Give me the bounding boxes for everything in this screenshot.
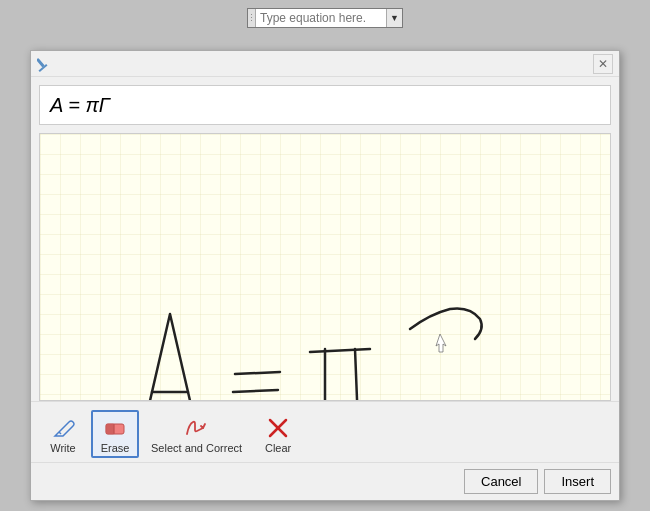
- write-tool-label: Write: [50, 442, 75, 454]
- recognized-equation-text: A = πΓ: [50, 94, 110, 117]
- cancel-button[interactable]: Cancel: [464, 469, 538, 494]
- erase-tool-button[interactable]: Erase: [91, 410, 139, 458]
- equation-input-wrapper: ⋮ ▼: [247, 8, 403, 28]
- equation-input-bar: ⋮ ▼: [247, 8, 403, 28]
- erase-icon: [101, 414, 129, 442]
- recognized-equation-display: A = πΓ: [39, 85, 611, 125]
- select-correct-tool-label: Select and Correct: [151, 442, 242, 454]
- svg-rect-1: [37, 57, 45, 67]
- erase-tool-label: Erase: [101, 442, 130, 454]
- outer-wrapper: ⋮ ▼ ✕ A = πΓ: [0, 0, 650, 511]
- drag-handle-icon: ⋮: [248, 9, 256, 27]
- dialog-close-button[interactable]: ✕: [593, 54, 613, 74]
- clear-tool-label: Clear: [265, 442, 291, 454]
- svg-rect-7: [106, 424, 114, 434]
- dialog-footer: Cancel Insert: [31, 462, 619, 500]
- toolbar: Write Erase: [31, 401, 619, 462]
- select-correct-tool-button[interactable]: Select and Correct: [143, 410, 250, 458]
- equation-text-input[interactable]: [256, 9, 386, 27]
- select-correct-icon: [183, 414, 211, 442]
- write-icon: [49, 414, 77, 442]
- handwriting-drawing-area[interactable]: [39, 133, 611, 401]
- equation-dropdown-button[interactable]: ▼: [386, 9, 402, 27]
- dialog-title-icon: [37, 56, 53, 72]
- dialog-titlebar: ✕: [31, 51, 619, 77]
- clear-tool-button[interactable]: Clear: [254, 410, 302, 458]
- write-tool-button[interactable]: Write: [39, 410, 87, 458]
- clear-icon: [264, 414, 292, 442]
- drawing-canvas[interactable]: [40, 134, 610, 400]
- insert-button[interactable]: Insert: [544, 469, 611, 494]
- math-input-dialog: ✕ A = πΓ: [30, 50, 620, 501]
